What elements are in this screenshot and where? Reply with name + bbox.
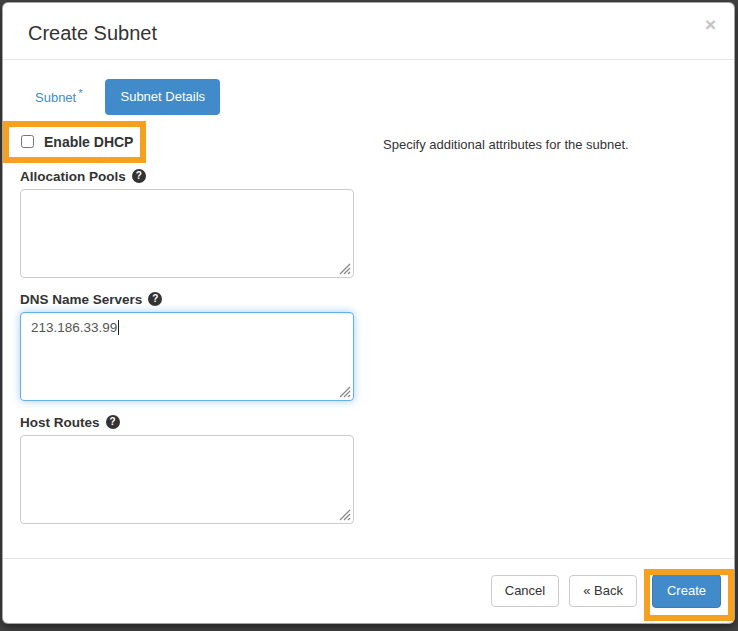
help-icon[interactable]: ? — [132, 169, 146, 183]
textarea-value: 213.186.33.99 — [31, 320, 117, 335]
modal-footer: Cancel « Back Create — [3, 558, 734, 623]
enable-dhcp-row: Enable DHCP — [20, 129, 354, 155]
create-button[interactable]: Create — [652, 574, 721, 608]
text-cursor — [118, 320, 119, 335]
tab-bar: Subnet* Subnet Details — [20, 77, 717, 117]
tab-subnet[interactable]: Subnet* — [20, 77, 97, 117]
create-subnet-modal: Create Subnet × Subnet* Subnet Details E… — [2, 2, 735, 624]
field-label-text: Host Routes — [20, 415, 100, 430]
close-icon[interactable]: × — [701, 13, 720, 36]
allocation-pools-label: Allocation Pools ? — [20, 169, 354, 184]
allocation-pools-textarea[interactable] — [20, 189, 354, 278]
host-routes-group: Host Routes ? — [20, 415, 354, 524]
allocation-pools-group: Allocation Pools ? — [20, 169, 354, 278]
field-label-text: DNS Name Servers — [20, 292, 142, 307]
host-routes-textarea[interactable] — [20, 435, 354, 524]
resize-handle-icon[interactable] — [337, 384, 351, 398]
enable-dhcp-label[interactable]: Enable DHCP — [44, 134, 133, 150]
dns-name-servers-textarea[interactable]: 213.186.33.99 — [20, 312, 354, 401]
tab-subnet-details[interactable]: Subnet Details — [105, 79, 220, 115]
form-left-column: Enable DHCP Allocation Pools ? — [20, 117, 354, 524]
dns-name-servers-group: DNS Name Servers ? 213.186.33.99 — [20, 292, 354, 401]
host-routes-label: Host Routes ? — [20, 415, 354, 430]
back-button[interactable]: « Back — [569, 575, 637, 607]
resize-handle-icon[interactable] — [337, 507, 351, 521]
resize-handle-icon[interactable] — [337, 261, 351, 275]
help-icon[interactable]: ? — [148, 292, 162, 306]
required-asterisk: * — [78, 87, 82, 99]
field-label-text: Allocation Pools — [20, 169, 126, 184]
modal-body: Subnet* Subnet Details Enable DHCP Alloc… — [3, 60, 734, 558]
dns-name-servers-label: DNS Name Servers ? — [20, 292, 354, 307]
help-icon[interactable]: ? — [106, 415, 120, 429]
enable-dhcp-checkbox[interactable] — [21, 135, 34, 148]
cancel-button[interactable]: Cancel — [491, 575, 559, 607]
modal-title: Create Subnet — [28, 20, 709, 46]
tab-subnet-label: Subnet — [35, 90, 76, 105]
modal-header: Create Subnet × — [3, 3, 734, 60]
step-description: Specify additional attributes for the su… — [383, 137, 717, 152]
form-columns: Enable DHCP Allocation Pools ? — [20, 117, 717, 524]
form-right-column: Specify additional attributes for the su… — [383, 117, 717, 152]
